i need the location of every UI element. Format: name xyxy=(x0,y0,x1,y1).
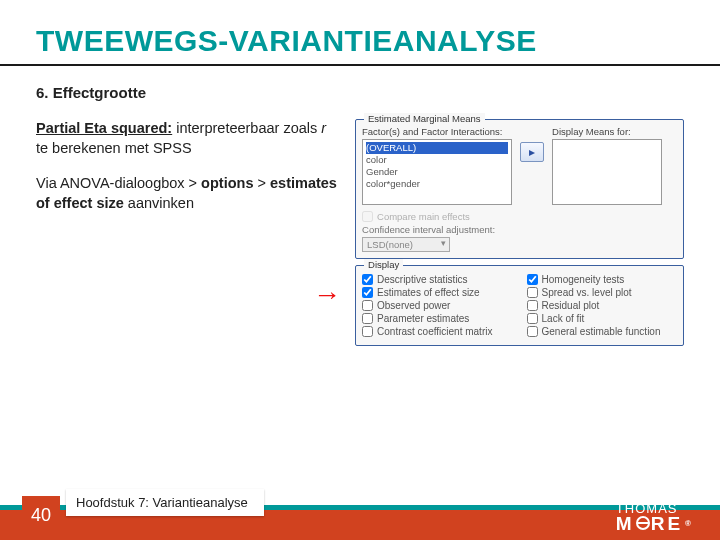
triangle-right-icon: ▸ xyxy=(529,145,535,159)
registered-icon: ® xyxy=(685,520,694,527)
opt-observed-power[interactable]: Observed power xyxy=(362,300,512,311)
factor-item[interactable]: (OVERALL) xyxy=(366,142,508,154)
chapter-label: Hoofdstuk 7: Variantieanalyse xyxy=(66,489,264,516)
opt-lack-of-fit[interactable]: Lack of fit xyxy=(527,313,677,324)
em-panel-label: Estimated Marginal Means xyxy=(364,113,484,124)
opt-spread-level-plot[interactable]: Spread vs. level plot xyxy=(527,287,677,298)
opt-descriptive-statistics[interactable]: Descriptive statistics xyxy=(362,274,512,285)
move-right-button[interactable]: ▸ xyxy=(520,142,544,162)
opt-residual-plot[interactable]: Residual plot xyxy=(527,300,677,311)
opt-contrast-matrix[interactable]: Contrast coefficient matrix xyxy=(362,326,512,337)
title-divider xyxy=(0,64,720,66)
display-means-label: Display Means for: xyxy=(552,126,662,137)
factor-item[interactable]: color*gender xyxy=(366,178,508,190)
spss-dialog: Estimated Marginal Means Factor(s) and F… xyxy=(355,119,684,352)
slide-footer: 40 Hoofdstuk 7: Variantieanalyse THOMAS … xyxy=(0,484,720,540)
display-panel-label: Display xyxy=(364,259,403,270)
compare-main-effects-checkbox: Compare main effects xyxy=(362,211,677,222)
factors-listbox[interactable]: (OVERALL) color Gender color*gender xyxy=(362,139,512,205)
opt-homogeneity-tests[interactable]: Homogeneity tests xyxy=(527,274,677,285)
display-panel: Display Descriptive statistics Estimates… xyxy=(355,265,684,346)
factor-item[interactable]: Gender xyxy=(366,166,508,178)
red-arrow-icon: → xyxy=(313,279,341,311)
ci-adjust-label: Confidence interval adjustment: xyxy=(362,224,495,235)
body-text: Partial Eta squared: interpreteerbaar zo… xyxy=(36,119,345,352)
section-heading: 6. Effectgrootte xyxy=(36,84,684,101)
opt-general-estimable[interactable]: General estimable function xyxy=(527,326,677,337)
em-means-panel: Estimated Marginal Means Factor(s) and F… xyxy=(355,119,684,259)
thomas-more-logo: THOMAS M RE ® xyxy=(616,503,694,532)
logo-o-icon xyxy=(636,516,650,530)
opt-estimates-effect-size[interactable]: Estimates of effect size xyxy=(362,287,512,298)
factor-item[interactable]: color xyxy=(366,154,508,166)
page-number: 40 xyxy=(22,496,60,534)
display-means-listbox[interactable] xyxy=(552,139,662,205)
factors-label: Factor(s) and Factor Interactions: xyxy=(362,126,512,137)
opt-parameter-estimates[interactable]: Parameter estimates xyxy=(362,313,512,324)
ci-adjust-select: LSD(none) xyxy=(362,237,450,252)
slide-title: TWEEWEGS-VARIANTIEANALYSE xyxy=(36,24,684,64)
term-partial-eta: Partial Eta squared: xyxy=(36,120,172,136)
